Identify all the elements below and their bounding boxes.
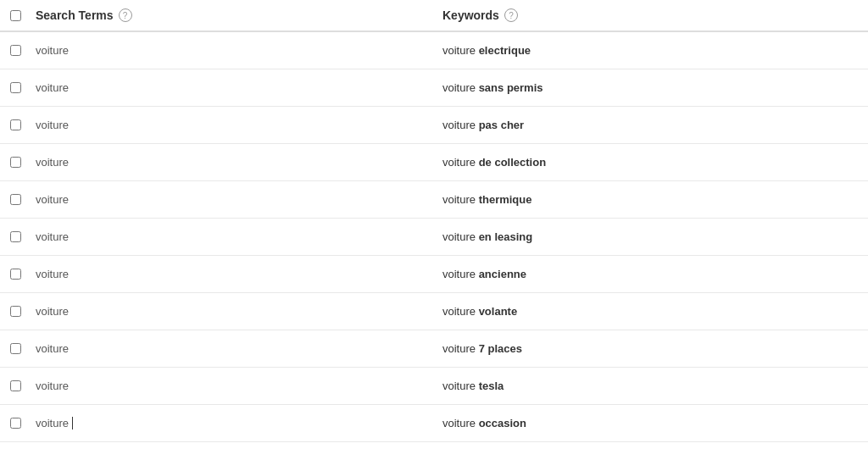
keyword-normal-part: voiture	[442, 380, 479, 392]
keyword-cell: voiture de collection	[442, 156, 858, 169]
row-checkbox-container[interactable]	[10, 82, 36, 93]
row-checkbox-container[interactable]	[10, 157, 36, 168]
keyword-cell: voiture ancienne	[442, 268, 858, 280]
text-cursor	[69, 417, 73, 429]
table-row: voiturevoiture en leasing	[0, 219, 868, 256]
search-term-cell: voiture	[36, 156, 442, 169]
table-row: voiturevoiture tesla	[0, 368, 868, 405]
search-term-cell: voiture	[36, 119, 442, 131]
select-all-checkbox-container[interactable]	[10, 10, 36, 21]
row-checkbox[interactable]	[10, 119, 21, 130]
table-row: voiturevoiture de collection	[0, 144, 868, 181]
table-row: voiturevoiture electrique	[0, 32, 868, 69]
row-checkbox[interactable]	[10, 45, 21, 56]
keyword-normal-part: voiture	[442, 230, 479, 243]
keyword-normal-part: voiture	[442, 268, 479, 280]
search-term-cell: voiture	[36, 268, 442, 280]
row-checkbox[interactable]	[10, 157, 21, 168]
select-all-checkbox[interactable]	[10, 10, 21, 21]
keyword-cell: voiture electrique	[442, 44, 858, 57]
keyword-cell: voiture thermique	[442, 193, 858, 206]
table-row: voiturevoiture ancienne	[0, 256, 868, 293]
table-body: voiturevoiture electriquevoiturevoiture …	[0, 32, 868, 442]
keyword-bold-part: pas cher	[479, 119, 524, 131]
search-terms-label: Search Terms	[36, 8, 114, 22]
search-terms-column-header: Search Terms ?	[36, 8, 442, 22]
keyword-normal-part: voiture	[442, 119, 479, 131]
row-checkbox[interactable]	[10, 380, 21, 391]
row-checkbox[interactable]	[10, 82, 21, 93]
search-term-cell: voiture	[36, 230, 442, 243]
keyword-normal-part: voiture	[442, 44, 479, 57]
keyword-cell: voiture en leasing	[442, 230, 858, 243]
row-checkbox-container[interactable]	[10, 306, 36, 317]
keyword-cell: voiture tesla	[442, 380, 858, 392]
search-terms-help-icon[interactable]: ?	[119, 8, 132, 22]
row-checkbox-container[interactable]	[10, 269, 36, 280]
row-checkbox-container[interactable]	[10, 231, 36, 242]
keyword-cell: voiture pas cher	[442, 119, 858, 131]
row-checkbox-container[interactable]	[10, 194, 36, 205]
keyword-cell: voiture 7 places	[442, 342, 858, 355]
row-checkbox[interactable]	[10, 418, 21, 429]
keyword-bold-part: ancienne	[479, 268, 526, 280]
keyword-normal-part: voiture	[442, 417, 479, 429]
keyword-normal-part: voiture	[442, 342, 479, 355]
table-row: voiturevoiture pas cher	[0, 107, 868, 144]
keyword-normal-part: voiture	[442, 305, 479, 318]
row-checkbox[interactable]	[10, 269, 21, 280]
keywords-column-header: Keywords ?	[442, 8, 858, 22]
row-checkbox[interactable]	[10, 194, 21, 205]
table-row: voiturevoiture thermique	[0, 181, 868, 219]
keyword-normal-part: voiture	[442, 193, 479, 206]
search-terms-table: Search Terms ? Keywords ? voiturevoiture…	[0, 0, 868, 442]
keyword-cell: voiture sans permis	[442, 81, 858, 94]
search-term-cell: voiture	[36, 193, 442, 206]
keyword-bold-part: de collection	[479, 156, 546, 169]
keyword-bold-part: sans permis	[479, 81, 543, 94]
row-checkbox-container[interactable]	[10, 119, 36, 130]
row-checkbox[interactable]	[10, 343, 21, 354]
keyword-bold-part: electrique	[479, 44, 531, 57]
keywords-help-icon[interactable]: ?	[504, 8, 518, 22]
keyword-bold-part: en leasing	[479, 230, 533, 243]
table-row: voiturevoiture 7 places	[0, 330, 868, 368]
search-term-cell: voiture	[36, 305, 442, 318]
keyword-normal-part: voiture	[442, 81, 479, 94]
search-term-cell: voiture	[36, 44, 442, 57]
row-checkbox-container[interactable]	[10, 45, 36, 56]
keyword-bold-part: volante	[479, 305, 518, 318]
table-header: Search Terms ? Keywords ?	[0, 0, 868, 32]
keyword-bold-part: occasion	[479, 417, 526, 429]
keyword-bold-part: 7 places	[479, 342, 522, 355]
table-row: voiturevoiture volante	[0, 293, 868, 330]
table-row: voiturevoiture sans permis	[0, 69, 868, 107]
row-checkbox-container[interactable]	[10, 418, 36, 429]
table-row: voiture voiture occasion	[0, 405, 868, 442]
keyword-cell: voiture volante	[442, 305, 858, 318]
search-term-cell: voiture	[36, 417, 442, 429]
row-checkbox[interactable]	[10, 231, 21, 242]
keyword-cell: voiture occasion	[442, 417, 858, 429]
row-checkbox-container[interactable]	[10, 343, 36, 354]
keyword-bold-part: thermique	[479, 193, 532, 206]
row-checkbox-container[interactable]	[10, 380, 36, 391]
row-checkbox[interactable]	[10, 306, 21, 317]
keyword-normal-part: voiture	[442, 156, 479, 169]
search-term-cell: voiture	[36, 342, 442, 355]
keyword-bold-part: tesla	[479, 380, 504, 392]
search-term-cell: voiture	[36, 380, 442, 392]
keywords-label: Keywords	[442, 8, 499, 22]
search-term-cell: voiture	[36, 81, 442, 94]
